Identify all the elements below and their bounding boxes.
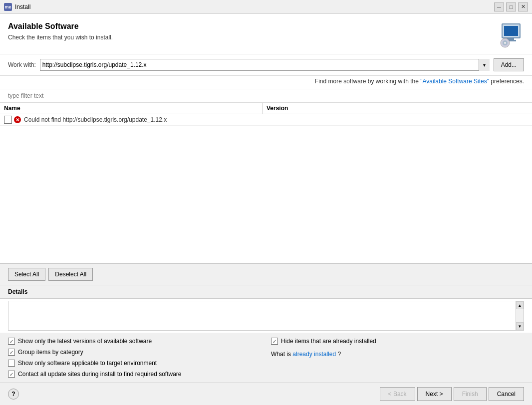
col-name-header: Name bbox=[0, 103, 263, 114]
install-icon bbox=[498, 22, 524, 48]
cb-latest-versions-label: Show only the latest versions of availab… bbox=[18, 338, 152, 345]
minimize-button[interactable]: ─ bbox=[494, 2, 504, 11]
scroll-track bbox=[516, 309, 524, 322]
work-with-label: Work with: bbox=[8, 61, 36, 68]
checkbox-row-hide: Hide items that are already installed bbox=[271, 338, 524, 345]
title-bar: me Install ─ □ ✕ bbox=[0, 0, 532, 14]
find-more-text: Find more software by working with the bbox=[315, 78, 419, 85]
close-button[interactable]: ✕ bbox=[518, 2, 528, 11]
software-table: Name Version ✕ Could not find http://sub… bbox=[0, 103, 532, 264]
col-extra-header bbox=[402, 103, 532, 114]
find-more-row: Find more software by working with the "… bbox=[0, 76, 532, 89]
window-controls: ─ □ ✕ bbox=[494, 2, 528, 11]
svg-point-6 bbox=[504, 42, 506, 44]
window-title: Install bbox=[15, 3, 30, 10]
deselect-all-button[interactable]: Deselect All bbox=[48, 268, 93, 281]
help-button[interactable]: ? bbox=[8, 389, 19, 400]
cb-target-environment-label: Show only software applicable to target … bbox=[18, 360, 157, 367]
footer: ? < Back Next > Finish Cancel bbox=[0, 383, 532, 405]
cb-contact-update-sites-label: Contact all update sites during install … bbox=[18, 371, 182, 378]
select-buttons-row: Select All Deselect All bbox=[0, 264, 532, 285]
table-row: ✕ Could not find http://subclipse.tigris… bbox=[0, 114, 532, 126]
checkboxes-section: Show only the latest versions of availab… bbox=[0, 333, 532, 383]
checkbox-row-3: Contact all update sites during install … bbox=[8, 371, 261, 378]
what-is-text: What is bbox=[271, 351, 292, 358]
what-is-question-mark: ? bbox=[337, 351, 341, 358]
cb-latest-versions[interactable] bbox=[8, 338, 15, 345]
find-more-suffix: preferences. bbox=[491, 78, 524, 85]
details-scrollbar[interactable]: ▲ ▼ bbox=[516, 301, 524, 330]
scroll-up-button[interactable]: ▲ bbox=[516, 301, 524, 309]
row-text-0: Could not find http://subclipse.tigris.o… bbox=[24, 116, 167, 123]
cb-group-by-category-label: Group items by category bbox=[18, 349, 83, 356]
filter-row bbox=[0, 89, 532, 103]
finish-button[interactable]: Finish bbox=[454, 387, 487, 401]
page-subtitle: Check the items that you wish to install… bbox=[8, 34, 113, 41]
title-bar-left: me Install bbox=[4, 3, 30, 11]
checkbox-row-2: Show only software applicable to target … bbox=[8, 360, 261, 367]
cb-hide-installed[interactable] bbox=[271, 338, 278, 345]
what-is-row: What is already installed ? bbox=[271, 349, 524, 360]
main-content: Available Software Check the items that … bbox=[0, 14, 532, 405]
filter-input[interactable] bbox=[8, 91, 524, 100]
page-title: Available Software bbox=[8, 22, 113, 31]
add-button[interactable]: Add... bbox=[494, 58, 524, 71]
footer-left: ? bbox=[8, 389, 19, 400]
work-with-input-wrapper: ▾ bbox=[40, 59, 490, 71]
checkbox-col-left: Show only the latest versions of availab… bbox=[8, 338, 261, 378]
cb-contact-update-sites[interactable] bbox=[8, 371, 15, 378]
dropdown-arrow-icon[interactable]: ▾ bbox=[479, 59, 490, 71]
scroll-down-button[interactable]: ▼ bbox=[516, 322, 524, 330]
checkbox-col-right: Hide items that are already installed Wh… bbox=[271, 338, 524, 378]
error-icon: ✕ bbox=[14, 116, 21, 123]
header-icon bbox=[498, 22, 524, 48]
cb-hide-installed-label: Hide items that are already installed bbox=[281, 338, 376, 345]
details-label: Details bbox=[0, 285, 532, 299]
checkbox-row-0: Show only the latest versions of availab… bbox=[8, 338, 261, 345]
cb-group-by-category[interactable] bbox=[8, 349, 15, 356]
select-all-button[interactable]: Select All bbox=[8, 268, 45, 281]
row-checkbox-0[interactable] bbox=[4, 116, 12, 124]
back-button[interactable]: < Back bbox=[380, 387, 415, 401]
table-header: Name Version bbox=[0, 103, 532, 114]
details-content: ▲ ▼ bbox=[8, 301, 524, 331]
available-software-sites-link[interactable]: "Available Software Sites" bbox=[420, 78, 489, 85]
cb-target-environment[interactable] bbox=[8, 360, 15, 367]
work-with-section: Work with: ▾ Add... bbox=[0, 54, 532, 76]
app-icon: me bbox=[4, 3, 12, 11]
cancel-button[interactable]: Cancel bbox=[489, 387, 524, 401]
header-section: Available Software Check the items that … bbox=[0, 14, 532, 54]
maximize-button[interactable]: □ bbox=[506, 2, 516, 11]
col-version-header: Version bbox=[263, 103, 402, 114]
work-with-input[interactable] bbox=[40, 59, 490, 71]
header-text: Available Software Check the items that … bbox=[8, 22, 113, 41]
svg-rect-1 bbox=[504, 26, 518, 36]
already-installed-link[interactable]: already installed bbox=[292, 351, 336, 358]
footer-buttons: < Back Next > Finish Cancel bbox=[380, 387, 524, 401]
checkbox-row-1: Group items by category bbox=[8, 349, 261, 356]
next-button[interactable]: Next > bbox=[417, 387, 452, 401]
